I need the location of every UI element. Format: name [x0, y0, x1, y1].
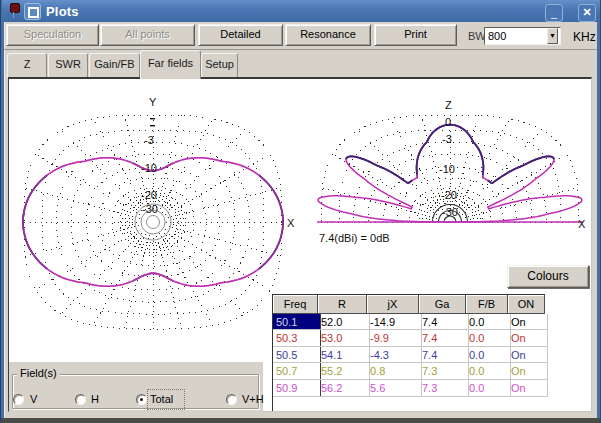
svg-text:-3: -3: [144, 134, 154, 146]
svg-text:-20: -20: [441, 189, 457, 201]
svg-text:-3: -3: [442, 133, 452, 145]
svg-text:-20: -20: [141, 189, 157, 201]
svg-text:Y: Y: [149, 96, 157, 108]
svg-text:-10: -10: [439, 163, 455, 175]
svg-text:-10: -10: [141, 162, 157, 174]
svg-text:0: 0: [445, 116, 451, 128]
svg-text:-30: -30: [442, 206, 458, 218]
svg-text:Z: Z: [445, 99, 452, 111]
svg-text:X: X: [578, 218, 586, 230]
svg-text:X: X: [287, 217, 295, 229]
svg-text:-30: -30: [142, 203, 158, 215]
svg-text:7.4(dBi) = 0dB: 7.4(dBi) = 0dB: [319, 232, 390, 244]
